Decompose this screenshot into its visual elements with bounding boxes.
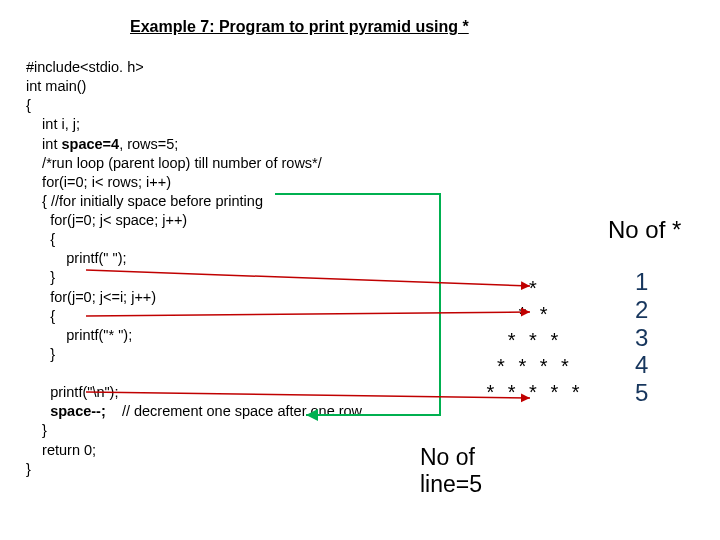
label-line: No of [420,444,475,470]
number-item: 2 [635,296,648,324]
number-item: 3 [635,324,648,352]
code-line: int i, j; [26,116,80,132]
code-line: for(j=0; j<=i; j++) [26,289,156,305]
pyramid-row: * * * * [450,353,620,379]
pyramid-row: * * * [450,327,620,353]
code-line [26,403,50,419]
code-line: } [26,269,55,285]
number-item: 4 [635,351,648,379]
number-item: 1 [635,268,648,296]
code-line: printf(" "); [26,250,127,266]
pyramid-output: * * * * * * * * * * * * * * * [450,275,620,405]
numbers-column: 1 2 3 4 5 [635,268,648,407]
code-line: } [26,346,55,362]
label-no-of-lines: No of line=5 [420,444,482,498]
code-line: #include<stdio. h> [26,59,144,75]
code-line: int main() [26,78,86,94]
code-line: printf("\n"); [26,384,118,400]
pyramid-row: * * [450,301,620,327]
code-highlight: space--; [50,403,106,419]
number-item: 5 [635,379,648,407]
code-line: for(i=0; i< rows; i++) [26,174,171,190]
slide-title: Example 7: Program to print pyramid usin… [130,18,469,36]
pyramid-row: * [450,275,620,301]
code-line: { [26,308,55,324]
code-line: , rows=5; [119,136,178,152]
code-line: int [26,136,61,152]
pyramid-row: * * * * * [450,379,620,405]
code-line: for(j=0; j< space; j++) [26,212,187,228]
code-line: // decrement one space after one row [106,403,362,419]
label-no-of-star: No of * [608,216,681,244]
code-line: return 0; [26,442,96,458]
code-line: printf("* "); [26,327,132,343]
code-line: /*run loop (parent loop) till number of … [26,155,322,171]
code-line: { //for initially space before printing [26,193,263,209]
label-line: line=5 [420,471,482,497]
code-line: } [26,461,31,477]
code-line: { [26,231,55,247]
code-highlight: space=4 [61,136,119,152]
code-line: { [26,97,31,113]
code-block: #include<stdio. h> int main() { int i, j… [26,58,362,479]
code-line: } [26,422,47,438]
